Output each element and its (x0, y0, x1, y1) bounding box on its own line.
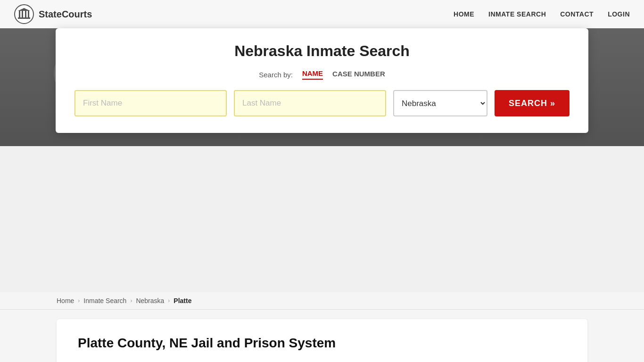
search-card-wrapper: Nebraska Inmate Search Search by: NAME C… (56, 28, 588, 133)
nav-links: HOME INMATE SEARCH CONTACT LOGIN (454, 10, 630, 18)
nav-contact[interactable]: CONTACT (560, 10, 594, 18)
state-select[interactable]: NebraskaAlabamaAlaskaArizonaArkansasCali… (393, 90, 487, 116)
county-description: PLATTE County has 119 jails with an aver… (78, 360, 566, 362)
logo-icon (14, 4, 34, 24)
header: COURTHOUSE StateCourts HOME INMATE SEARC… (0, 0, 644, 146)
navbar: StateCourts HOME INMATE SEARCH CONTACT L… (0, 0, 644, 28)
search-fields-row: NebraskaAlabamaAlaskaArizonaArkansasCali… (74, 90, 570, 116)
breadcrumb-county: Platte (173, 297, 191, 304)
last-name-input[interactable] (234, 90, 386, 116)
breadcrumb-home[interactable]: Home (57, 297, 74, 304)
main-content: Platte County, NE Jail and Prison System… (0, 310, 644, 362)
breadcrumb-sep-2: › (130, 297, 132, 304)
tab-name[interactable]: NAME (302, 69, 323, 80)
breadcrumb-sep-1: › (78, 297, 80, 304)
breadcrumb: Home › Inmate Search › Nebraska › Platte (0, 292, 644, 310)
search-by-label: Search by: (259, 71, 293, 79)
svg-rect-3 (22, 11, 23, 17)
search-by-row: Search by: NAME CASE NUMBER (74, 69, 570, 80)
tab-case-number[interactable]: CASE NUMBER (332, 70, 385, 79)
nav-inmate-search[interactable]: INMATE SEARCH (488, 10, 546, 18)
svg-rect-5 (28, 11, 29, 17)
search-card: Nebraska Inmate Search Search by: NAME C… (56, 28, 588, 133)
breadcrumb-state[interactable]: Nebraska (136, 297, 164, 304)
content-card: Platte County, NE Jail and Prison System… (57, 319, 587, 362)
logo-text: StateCourts (39, 9, 92, 20)
search-button[interactable]: SEARCH » (495, 90, 570, 116)
breadcrumb-sep-3: › (168, 297, 170, 304)
search-card-title: Nebraska Inmate Search (74, 42, 570, 60)
svg-rect-4 (25, 11, 26, 17)
svg-rect-2 (19, 11, 20, 17)
svg-rect-1 (18, 17, 30, 19)
breadcrumb-inmate-search[interactable]: Inmate Search (83, 297, 126, 304)
nav-home[interactable]: HOME (454, 10, 474, 18)
svg-point-0 (15, 5, 33, 24)
county-title: Platte County, NE Jail and Prison System (78, 336, 566, 351)
logo[interactable]: StateCourts (14, 4, 92, 24)
first-name-input[interactable] (74, 90, 227, 116)
nav-login[interactable]: LOGIN (608, 10, 630, 18)
